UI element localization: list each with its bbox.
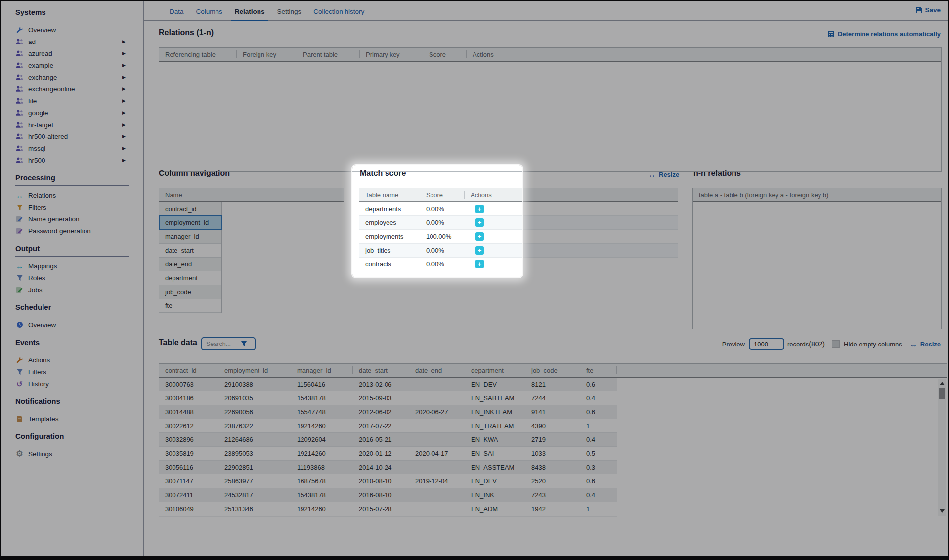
search-input[interactable] [206, 341, 241, 347]
table-cell: EN_TRATEAM [465, 422, 525, 430]
add-relation-button[interactable]: + [475, 205, 484, 213]
table-row[interactable]: 3003289621264686120926042016-05-21EN_KWA… [159, 433, 617, 447]
table-row[interactable]: 3005611622902851111938682014-10-24EN_ASS… [159, 461, 617, 474]
table-cell: 1942 [525, 505, 580, 513]
table-cell: 2020-01-12 [353, 450, 409, 457]
table-row[interactable]: 3003581923895053192142602020-01-122020-0… [159, 447, 617, 461]
sidebar-item-relations[interactable]: ↔Relations [15, 189, 129, 201]
match-score-title: Match score [360, 169, 406, 178]
table-cell: 21264686 [218, 436, 291, 443]
chevron-right-icon[interactable]: ▶ [122, 63, 126, 68]
chevron-right-icon[interactable]: ▶ [122, 86, 126, 91]
sidebar-item-mssql[interactable]: mssql▶ [15, 142, 129, 154]
sidebar-item-label: mssql [28, 145, 45, 152]
sidebar-item-label: Relations [28, 192, 56, 199]
scroll-up-icon[interactable] [940, 382, 945, 385]
column-item-date_end[interactable]: date_end [159, 258, 221, 271]
hide-empty-columns-checkbox[interactable] [832, 340, 840, 348]
sidebar-item-google[interactable]: google▶ [15, 107, 129, 119]
table-cell: 19214260 [291, 422, 353, 430]
save-button[interactable]: Save [915, 6, 941, 14]
chevron-right-icon[interactable]: ▶ [122, 39, 126, 44]
filter-funnel-icon[interactable] [241, 341, 247, 347]
column-item-date_start[interactable]: date_start [159, 244, 221, 258]
column-item-contract_id[interactable]: contract_id [159, 202, 221, 216]
chevron-right-icon[interactable]: ▶ [122, 146, 126, 151]
column-item-job_code[interactable]: job_code [159, 285, 221, 299]
sidebar-item-history[interactable]: ↺History [15, 378, 129, 389]
sidebar-item-exchange[interactable]: exchange▶ [15, 71, 129, 83]
table-row[interactable]: 3007114725863977168756782010-08-102019-1… [159, 474, 617, 488]
chevron-right-icon[interactable]: ▶ [122, 51, 126, 56]
table-row[interactable]: 3010604925131346192142602015-07-28EN_ADM… [159, 502, 617, 516]
sidebar-item-settings[interactable]: ⚙Settings [15, 448, 129, 460]
sidebar-item-exchangeonline[interactable]: exchangeonline▶ [15, 83, 129, 95]
table-cell: 0.6 [580, 477, 617, 485]
table-row[interactable]: 3000418620691035154381782015-09-03EN_SAB… [159, 391, 617, 405]
table-cell: 1033 [525, 450, 580, 457]
sidebar-item-ad[interactable]: ad▶ [15, 36, 129, 47]
match-score-row: employees0.00%+ [359, 216, 678, 230]
sidebar-item-jobs[interactable]: Jobs [15, 284, 129, 296]
add-relation-button[interactable]: + [475, 260, 484, 268]
vertical-scrollbar[interactable] [938, 379, 946, 516]
sidebar-item-hr500-altered[interactable]: hr500-altered▶ [15, 130, 129, 142]
resize-table-button[interactable]: ↔ Resize [910, 340, 941, 348]
sidebar-item-mappings[interactable]: ↔Mappings [15, 260, 129, 272]
resize-columns-button[interactable]: ↔ Resize [648, 171, 679, 179]
users-icon [15, 156, 24, 164]
sidebar-section-configuration: Configuration⚙Settings [15, 432, 143, 460]
sidebar-item-azuread[interactable]: azuread▶ [15, 47, 129, 59]
add-relation-button[interactable]: + [475, 232, 484, 241]
sidebar-item-actions[interactable]: Actions [15, 354, 129, 366]
determine-relations-button[interactable]: Determine relations automatically [828, 30, 941, 38]
tab-columns[interactable]: Columns [193, 3, 226, 20]
sidebar-item-filters[interactable]: Filters [15, 201, 129, 213]
table-row[interactable]: 3002261223876322192142602017-07-22EN_TRA… [159, 419, 617, 433]
sidebar-item-file[interactable]: file▶ [15, 95, 129, 107]
tab-data[interactable]: Data [166, 3, 187, 20]
sidebar-item-roles[interactable]: Roles [15, 272, 129, 284]
table-row[interactable]: 3007241124532817154381782016-08-10EN_INK… [159, 488, 617, 502]
sidebar-item-password-generation[interactable]: Password generation [15, 225, 129, 237]
table-row[interactable]: 3013280729880322168756782020-06-30EN_PO5… [159, 516, 617, 517]
sidebar-item-name-generation[interactable]: Name generation [15, 213, 129, 225]
table-row[interactable]: 3000076329100388115604162013-02-06EN_DEV… [159, 378, 617, 391]
tab-collection-history[interactable]: Collection history [310, 3, 368, 20]
chevron-right-icon[interactable]: ▶ [122, 110, 126, 115]
chevron-right-icon[interactable]: ▶ [122, 75, 126, 80]
chevron-right-icon[interactable]: ▶ [122, 98, 126, 103]
sidebar-item-hr500[interactable]: hr500▶ [15, 154, 129, 166]
table-cell: EN_INK [465, 491, 525, 499]
table-cell: 2015-07-28 [353, 505, 409, 513]
table-row[interactable]: 3001448822690056155477482012-06-022020-0… [159, 405, 617, 419]
scrollbar-thumb[interactable] [939, 388, 945, 399]
tab-settings[interactable]: Settings [274, 3, 305, 20]
column-item-fte[interactable]: fte [159, 299, 221, 313]
chevron-right-icon[interactable]: ▶ [122, 158, 126, 163]
sidebar-item-hr-target[interactable]: hr-target▶ [15, 119, 129, 130]
column-header: department [465, 364, 525, 377]
column-item-manager_id[interactable]: manager_id [159, 230, 221, 244]
column-header: employment_id [218, 364, 291, 377]
column-item-department[interactable]: department [159, 271, 221, 285]
match-score-row: employments100.00%+ [359, 230, 678, 244]
chevron-right-icon[interactable]: ▶ [122, 134, 126, 139]
users-icon [15, 61, 24, 69]
sidebar-item-filters[interactable]: Filters [15, 366, 129, 378]
add-relation-button[interactable]: + [475, 246, 484, 255]
table-cell: EN_SABTEAM [465, 394, 525, 402]
sidebar-item-overview[interactable]: Overview [15, 24, 129, 36]
table-cell: 0.4 [580, 491, 617, 499]
sidebar-item-templates[interactable]: Templates [15, 413, 129, 425]
add-relation-button[interactable]: + [475, 218, 484, 227]
table-data-controls: Preview records(802) Hide empty columns … [722, 338, 941, 350]
scroll-down-icon[interactable] [940, 509, 945, 513]
column-item-employment_id[interactable]: employment_id [159, 216, 221, 230]
sidebar-item-label: example [28, 62, 53, 69]
chevron-right-icon[interactable]: ▶ [122, 122, 126, 127]
preview-count-input[interactable] [749, 338, 784, 350]
sidebar-item-overview[interactable]: Overview [15, 319, 129, 331]
sidebar-item-example[interactable]: example▶ [15, 59, 129, 71]
tab-relations[interactable]: Relations [231, 3, 268, 20]
